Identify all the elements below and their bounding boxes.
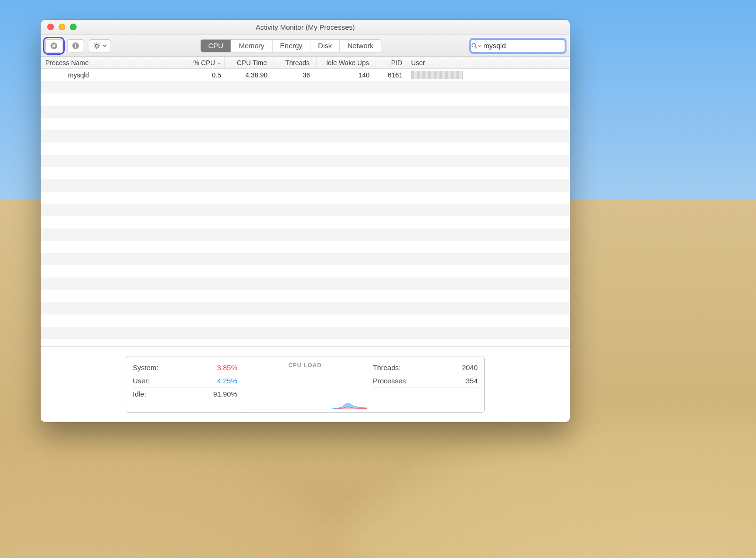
zoom-window-button[interactable] <box>70 24 77 30</box>
tab-memory[interactable]: Memory <box>231 40 272 52</box>
cpu-summary-panel: System: 3.85% User: 4.25% Idle: 91.90% <box>126 356 244 412</box>
column-pct-cpu[interactable]: % CPU⌄ <box>187 57 225 68</box>
activity-monitor-window: Activity Monitor (My Processes) CPU Memo… <box>41 20 570 422</box>
tab-network[interactable]: Network <box>340 40 381 52</box>
redacted-user <box>411 71 463 79</box>
search-icon <box>471 42 478 49</box>
value-threads: 2040 <box>462 364 478 372</box>
toolbar: CPU Memory Energy Disk Network ✕ <box>41 35 570 57</box>
label: Processes: <box>373 377 408 385</box>
row-processes: Processes: 354 <box>373 374 478 388</box>
settings-menu-button[interactable] <box>89 39 111 52</box>
table-headers: Process Name % CPU⌄ CPU Time Threads Idl… <box>41 57 570 69</box>
footer-box: System: 3.85% User: 4.25% Idle: 91.90% C… <box>126 356 485 413</box>
titlebar[interactable]: Activity Monitor (My Processes) <box>41 20 570 35</box>
svg-line-12 <box>94 47 95 48</box>
row-user: User: 4.25% <box>133 374 237 388</box>
info-icon <box>72 42 79 50</box>
cell-user <box>407 71 570 79</box>
search-input[interactable] <box>483 42 570 50</box>
cell-pct-cpu: 0.5 <box>187 71 225 79</box>
window-title: Activity Monitor (My Processes) <box>256 23 355 31</box>
close-window-button[interactable] <box>47 24 54 30</box>
chevron-down-icon <box>103 43 107 48</box>
tab-energy[interactable]: Energy <box>273 40 311 52</box>
column-user[interactable]: User <box>407 57 570 68</box>
column-cpu-time[interactable]: CPU Time <box>225 57 274 68</box>
table-row[interactable]: mysqld 0.5 4:38.90 36 140 6161 <box>41 69 570 81</box>
row-system: System: 3.85% <box>133 361 237 374</box>
svg-rect-3 <box>75 45 76 48</box>
cpu-load-label: CPU LOAD <box>251 361 359 369</box>
label: Threads: <box>373 364 401 372</box>
cell-threads: 36 <box>274 71 317 79</box>
svg-point-13 <box>472 43 476 47</box>
value-system: 3.85% <box>217 364 237 372</box>
row-idle: Idle: 91.90% <box>133 388 237 401</box>
info-button[interactable] <box>67 39 84 52</box>
column-process-name[interactable]: Process Name <box>41 57 187 68</box>
column-pid[interactable]: PID <box>376 57 407 68</box>
column-idle-wake-ups[interactable]: Idle Wake Ups <box>317 57 376 68</box>
counts-panel: Threads: 2040 Processes: 354 .. <box>366 356 484 412</box>
gear-icon <box>93 42 101 50</box>
search-field[interactable]: ✕ <box>471 39 565 52</box>
label: Idle: <box>133 390 146 398</box>
svg-line-14 <box>475 46 477 48</box>
footer: System: 3.85% User: 4.25% Idle: 91.90% C… <box>41 347 570 422</box>
value-processes: 354 <box>466 377 478 385</box>
label: User: <box>133 377 150 385</box>
svg-point-2 <box>75 43 76 44</box>
tab-bar: CPU Memory Energy Disk Network <box>200 39 382 52</box>
window-traffic-lights <box>47 24 77 30</box>
cell-idle-wake-ups: 140 <box>317 71 376 79</box>
minimize-window-button[interactable] <box>59 24 65 30</box>
cell-pid: 6161 <box>376 71 407 79</box>
cpu-load-chart <box>244 395 367 409</box>
process-table-body[interactable]: mysqld 0.5 4:38.90 36 140 6161 <box>41 69 570 347</box>
cell-process-name: mysqld <box>41 71 187 79</box>
chevron-down-icon[interactable] <box>478 44 481 48</box>
cell-cpu-time: 4:38.90 <box>225 71 274 79</box>
svg-point-4 <box>95 44 98 47</box>
svg-line-10 <box>99 47 100 48</box>
value-idle: 91.90% <box>213 390 237 398</box>
tab-cpu[interactable]: CPU <box>201 40 232 52</box>
svg-line-9 <box>94 43 95 44</box>
value-user: 4.25% <box>217 377 237 385</box>
svg-line-11 <box>99 43 100 44</box>
row-threads: Threads: 2040 <box>373 361 478 374</box>
stop-icon <box>50 42 58 50</box>
column-threads[interactable]: Threads <box>274 57 317 68</box>
label: System: <box>133 364 158 372</box>
tab-disk[interactable]: Disk <box>310 40 340 52</box>
stop-process-button[interactable] <box>45 39 62 52</box>
sort-desc-icon: ⌄ <box>217 60 221 65</box>
cpu-load-chart-panel: CPU LOAD <box>244 356 366 412</box>
